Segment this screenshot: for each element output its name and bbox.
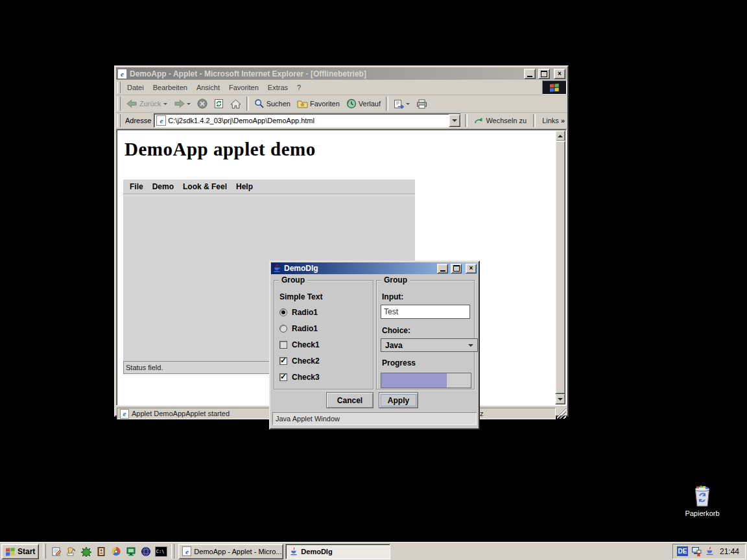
- right-group-box: Group Input: Test Choice: Java Progress: [376, 280, 475, 390]
- taskbar-grip[interactable]: [171, 544, 174, 559]
- dialog-title-bar[interactable]: DemoDlg ×: [271, 262, 478, 274]
- taskbar-clock[interactable]: 21:44: [718, 547, 741, 556]
- refresh-button[interactable]: [211, 97, 226, 110]
- ie-document-icon: e: [182, 546, 191, 556]
- network-disconnected-icon[interactable]: [691, 546, 702, 557]
- applet-menu-demo[interactable]: Demo: [148, 181, 178, 192]
- applet-menu-file[interactable]: File: [126, 181, 147, 192]
- java-applet-window-banner: Java Applet Window: [272, 412, 477, 425]
- radio-icon[interactable]: [279, 325, 287, 332]
- system-tray: DE 21:44: [672, 544, 746, 559]
- status-zone-pane: z: [477, 408, 556, 419]
- check-row-3[interactable]: Check3: [279, 373, 320, 382]
- choice-combobox[interactable]: Java: [381, 338, 478, 352]
- page-heading: DemoApp applet demo: [124, 139, 316, 160]
- history-clock-icon: [346, 99, 357, 109]
- language-indicator[interactable]: DE: [677, 546, 688, 556]
- cancel-button[interactable]: Cancel: [326, 392, 374, 408]
- radio-icon[interactable]: [279, 309, 287, 316]
- address-input[interactable]: e C:\j2sdk1.4.2_03\prj\DemoApp\DemoApp.h…: [154, 113, 461, 128]
- net-monitor-icon[interactable]: [124, 545, 137, 558]
- radio-row-2[interactable]: Radio1: [279, 324, 318, 333]
- mail-button[interactable]: [391, 98, 412, 110]
- arrow-up-icon: [558, 135, 563, 137]
- editor-icon[interactable]: [50, 545, 63, 558]
- java-cup-icon: [272, 264, 281, 273]
- scroll-up-button[interactable]: [555, 130, 565, 141]
- address-book-icon[interactable]: [95, 545, 108, 558]
- back-dropdown-icon: [163, 103, 167, 105]
- print-icon: [416, 99, 427, 109]
- input-field[interactable]: Test: [381, 305, 470, 319]
- address-dropdown-button[interactable]: [449, 114, 460, 127]
- task-button-demodlg[interactable]: DemoDlg: [285, 544, 390, 559]
- search-icon: [254, 99, 265, 109]
- minimize-icon: [440, 270, 445, 272]
- home-icon: [230, 99, 241, 109]
- dialog-body: Group Simple Text Radio1 Radio1 Check1 C…: [270, 275, 479, 426]
- maximize-icon: [541, 71, 547, 77]
- search-button[interactable]: Suchen: [252, 97, 293, 110]
- stop-button[interactable]: [195, 97, 210, 110]
- forward-arrow-icon: [174, 99, 185, 108]
- back-button[interactable]: Zurück: [124, 98, 170, 110]
- maximize-button[interactable]: [538, 69, 550, 79]
- dialog-minimize-button[interactable]: [437, 264, 448, 274]
- home-button[interactable]: [228, 98, 244, 110]
- apply-button[interactable]: Apply: [379, 392, 418, 408]
- java-tray-icon[interactable]: [705, 546, 715, 556]
- checkbox-icon[interactable]: [279, 373, 287, 381]
- applet-menu-lookfeel[interactable]: Look & Feel: [179, 181, 231, 192]
- globe-icon[interactable]: [139, 545, 152, 558]
- ie-window-title: DemoApp - Applet - Microsoft Internet Ex…: [130, 69, 521, 78]
- scroll-down-button[interactable]: [555, 393, 565, 404]
- status-text: Applet DemoAppApplet started: [132, 410, 230, 417]
- links-button[interactable]: Links »: [540, 115, 567, 126]
- menu-ansicht[interactable]: Ansicht: [192, 82, 224, 93]
- recycle-bin-desktop-icon[interactable]: Papierkorb: [676, 484, 729, 517]
- radio-row-1[interactable]: Radio1: [279, 308, 318, 317]
- checkbox-icon[interactable]: [279, 357, 287, 365]
- command-prompt-icon[interactable]: C:\: [154, 545, 167, 558]
- menu-favoriten[interactable]: Favoriten: [224, 82, 263, 93]
- check-row-2[interactable]: Check2: [279, 356, 320, 366]
- dialog-title: DemoDlg: [284, 264, 434, 273]
- ie-title-bar[interactable]: e DemoApp - Applet - Microsoft Internet …: [116, 67, 567, 80]
- menu-hilfe[interactable]: ?: [292, 82, 305, 93]
- print-button[interactable]: [414, 98, 430, 110]
- demodlg-dialog: DemoDlg × Group Simple Text Radio1 Radio…: [269, 261, 480, 430]
- chevron-down-icon: [468, 344, 473, 347]
- resize-grip[interactable]: [557, 408, 566, 419]
- forward-button[interactable]: [171, 98, 193, 110]
- address-value[interactable]: C:\j2sdk1.4.2_03\prj\DemoApp\DemoApp.htm…: [168, 117, 447, 124]
- menu-extras[interactable]: Extras: [263, 82, 292, 93]
- color-wheel-icon[interactable]: [110, 545, 123, 558]
- progress-bar: [381, 373, 471, 388]
- address-grip[interactable]: [117, 114, 121, 127]
- history-button[interactable]: Verlauf: [344, 97, 383, 110]
- task-button-ie[interactable]: e DemoApp - Applet - Micro...: [178, 544, 283, 559]
- green-burst-icon[interactable]: [80, 545, 93, 558]
- start-button[interactable]: Start: [1, 544, 39, 559]
- recycle-bin-label[interactable]: Papierkorb: [685, 509, 719, 517]
- choice-label: Choice:: [382, 326, 410, 335]
- toolbar-grip[interactable]: [117, 97, 121, 111]
- check-row-1[interactable]: Check1: [279, 340, 320, 349]
- menu-grip[interactable]: [117, 82, 121, 93]
- vertical-scrollbar[interactable]: [555, 130, 565, 404]
- checkbox-icon[interactable]: [279, 341, 287, 349]
- menu-datei[interactable]: Datei: [123, 82, 148, 93]
- pen-paper-icon[interactable]: [65, 545, 78, 558]
- favorites-folder-icon: [297, 99, 308, 108]
- menu-bearbeiten[interactable]: Bearbeiten: [148, 82, 192, 93]
- go-button[interactable]: Wechseln zu: [471, 115, 529, 126]
- close-button[interactable]: ×: [554, 69, 565, 79]
- minimize-button[interactable]: [524, 69, 536, 79]
- applet-menu-help[interactable]: Help: [232, 181, 257, 192]
- taskbar-grip[interactable]: [43, 544, 46, 559]
- scroll-thumb[interactable]: [555, 141, 565, 394]
- favorites-button[interactable]: Favoriten: [294, 98, 342, 110]
- arrow-down-icon: [558, 398, 563, 401]
- dialog-close-button[interactable]: ×: [466, 264, 477, 274]
- dialog-maximize-button[interactable]: [451, 264, 462, 274]
